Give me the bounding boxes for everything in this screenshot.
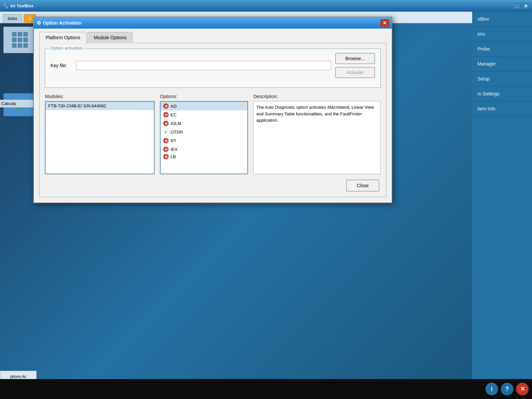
description-column: Description: The Auto Diagnostic option … — [253, 94, 381, 174]
dialog-footer: Close — [45, 180, 381, 192]
tab-content-platform: Option activation Key file: Browse... Ac… — [39, 43, 386, 197]
dialog-titlebar: ⚙ Option Activation ✕ — [34, 17, 392, 29]
modules-options-section: Modules: FTB-730-234B-EI S/N:844992 Opti… — [45, 94, 381, 174]
option-item-ec[interactable]: ⊘ EC — [161, 110, 247, 119]
button-column: Browse... Activate — [335, 53, 375, 78]
module-item-0[interactable]: FTB-730-234B-EI S/N:844992 — [46, 102, 154, 110]
option-disabled-icon: ⊘ — [163, 138, 169, 143]
tab-platform-options[interactable]: Platform Options — [39, 32, 86, 43]
option-activation-dialog: ⚙ Option Activation ✕ Platform Options M… — [33, 17, 392, 203]
option-disabled-icon: ⊘ — [163, 121, 169, 126]
option-disabled-icon: ⊘ — [163, 154, 169, 159]
option-item-lb[interactable]: ⊘ LB — [161, 154, 247, 160]
key-file-label: Key file: — [51, 63, 72, 68]
desktop: 🔧 ini ToolBox _ ⧉ dules U olBox enu Prob… — [0, 0, 532, 399]
option-enabled-icon: ✔ — [163, 129, 169, 135]
options-column: Options: ⊘ AD ⊘ EC — [160, 94, 248, 174]
options-label: Options: — [160, 94, 248, 99]
browse-button[interactable]: Browse... — [335, 53, 375, 64]
description-text-box: The Auto Diagnostic option activates Mac… — [253, 101, 381, 174]
option-item-iex[interactable]: ⊘ IEX — [161, 145, 247, 154]
option-item-otdr[interactable]: ✔ OTDR — [161, 128, 247, 136]
dialog-title: Option Activation — [43, 20, 81, 26]
dialog-tabs: Platform Options Module Options — [39, 32, 386, 43]
option-item-ad[interactable]: ⊘ AD — [161, 102, 247, 110]
modules-label: Modules: — [45, 94, 155, 99]
modules-column: Modules: FTB-730-234B-EI S/N:844992 — [45, 94, 155, 174]
tab-module-options[interactable]: Module Options — [87, 32, 133, 43]
options-list[interactable]: ⊘ AD ⊘ EC ⊘ — [160, 101, 248, 174]
activate-button[interactable]: Activate — [335, 67, 375, 78]
option-item-rt[interactable]: ⊘ RT — [161, 136, 247, 145]
option-disabled-icon: ⊘ — [163, 112, 169, 117]
option-disabled-icon: ⊘ — [163, 147, 169, 152]
key-file-row: Key file: Browse... Activate — [51, 53, 375, 78]
dialog-body: Platform Options Module Options Option a… — [34, 29, 392, 202]
fieldset-legend: Option activation — [49, 46, 84, 51]
close-button[interactable]: Close — [346, 180, 379, 192]
modules-list[interactable]: FTB-730-234B-EI S/N:844992 — [45, 101, 155, 174]
option-disabled-icon: ⊘ — [163, 103, 169, 109]
key-file-input[interactable] — [76, 61, 331, 70]
option-activation-fieldset: Option activation Key file: Browse... Ac… — [45, 49, 381, 88]
dialog-overlay: ⚙ Option Activation ✕ Platform Options M… — [0, 0, 532, 399]
option-item-iolm[interactable]: ⊘ IOLM — [161, 119, 247, 128]
description-label: Description: — [253, 94, 381, 99]
dialog-close-x-button[interactable]: ✕ — [380, 19, 389, 27]
dialog-title-icon: ⚙ — [37, 20, 41, 26]
